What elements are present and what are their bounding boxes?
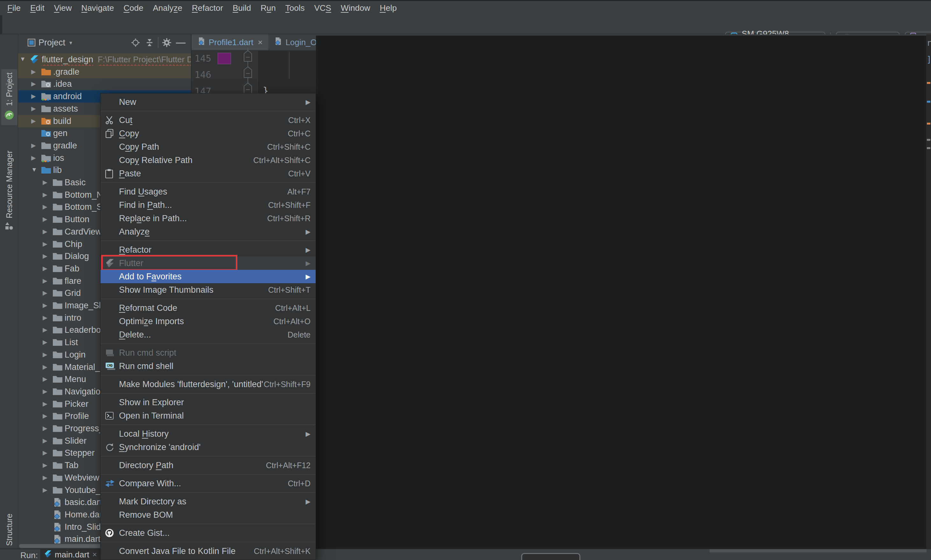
expand-arrow-icon[interactable]: ▶	[43, 425, 48, 432]
menu-item-add-to-favorites[interactable]: Add to Favorites▶	[100, 270, 316, 283]
menu-analyze[interactable]: Analyze	[148, 3, 187, 13]
expand-arrow-icon[interactable]: ▶	[31, 154, 36, 162]
gear-icon[interactable]	[160, 36, 174, 49]
fold-marker-icon[interactable]	[242, 49, 254, 62]
menu-item-create-gist[interactable]: Create Gist...	[100, 526, 316, 540]
expand-arrow-icon[interactable]: ▶	[43, 388, 48, 395]
menu-item-make-modules-flutterdesign-untitled[interactable]: Make Modules 'flutterdesign', 'untitled'…	[100, 378, 316, 391]
hide-panel-icon[interactable]: —	[174, 36, 188, 49]
menu-item-run-cmd-shell[interactable]: CMDRun cmd shell	[100, 360, 316, 373]
menu-item-delete[interactable]: Delete...Delete	[100, 328, 316, 342]
menu-window[interactable]: Window	[336, 3, 375, 13]
menu-item-reformat-code[interactable]: Reformat CodeCtrl+Alt+L	[100, 301, 316, 315]
menu-item-optimize-imports[interactable]: Optimize ImportsCtrl+Alt+O	[100, 315, 316, 328]
expand-arrow-icon[interactable]: ▶	[31, 142, 36, 149]
fold-marker-icon[interactable]	[242, 66, 254, 78]
close-icon[interactable]: ×	[92, 550, 97, 559]
expand-arrow-icon[interactable]: ▶	[43, 228, 48, 235]
menu-item-open-in-terminal[interactable]: Open in Terminal	[100, 409, 316, 422]
menu-item-synchronize-android[interactable]: Synchronize 'android'	[100, 440, 316, 454]
expand-arrow-icon[interactable]: ▶	[43, 486, 48, 494]
expand-arrow-icon[interactable]: ▶	[43, 203, 48, 211]
collapse-arrow-icon[interactable]: ▼	[20, 55, 26, 63]
menu-edit[interactable]: Edit	[25, 3, 49, 13]
menu-item-replace-in-path[interactable]: Replace in Path...Ctrl+Shift+R	[100, 212, 316, 225]
menu-item-find-in-path[interactable]: Find in Path...Ctrl+Shift+F	[100, 198, 316, 212]
menu-run[interactable]: Run	[256, 3, 281, 13]
expand-arrow-icon[interactable]: ▶	[31, 92, 36, 100]
tree-item-gradle[interactable]: ▶.gradle	[18, 66, 191, 78]
expand-arrow-icon[interactable]: ▶	[43, 462, 48, 469]
menu-file[interactable]: File	[3, 3, 25, 13]
folder-orange-gear-icon	[41, 117, 51, 126]
menu-item-directory-path[interactable]: Directory PathCtrl+Alt+F12	[100, 458, 316, 472]
tool-stripe-1-project[interactable]: 1: Project	[1, 69, 17, 125]
menu-vcs[interactable]: VCS	[309, 3, 336, 13]
menu-item-local-history[interactable]: Local History▶	[100, 427, 316, 440]
tree-item-label: Button	[65, 215, 90, 225]
expand-arrow-icon[interactable]: ▶	[43, 240, 48, 248]
locate-icon[interactable]	[128, 36, 142, 49]
menu-item-copy-path[interactable]: Copy PathCtrl+Shift+C	[100, 140, 316, 154]
tab-profile1-dart[interactable]: Profile1.dart×	[191, 34, 268, 50]
menu-refactor[interactable]: Refactor	[187, 3, 228, 13]
menu-item-show-in-explorer[interactable]: Show in Explorer	[100, 396, 316, 409]
run-tab[interactable]: main.dart ×	[40, 549, 106, 560]
tree-item-label: Menu	[65, 374, 86, 384]
menu-navigate[interactable]: Navigate	[77, 3, 119, 13]
expand-arrow-icon[interactable]: ▶	[43, 178, 48, 186]
expand-arrow-icon[interactable]: ▶	[31, 105, 36, 112]
expand-arrow-icon[interactable]: ▶	[43, 289, 48, 297]
expand-arrow-icon[interactable]: ▶	[43, 338, 48, 346]
menu-item-copy-relative-path[interactable]: Copy Relative PathCtrl+Alt+Shift+C	[100, 154, 316, 167]
menu-item-show-image-thumbnails[interactable]: Show Image ThumbnailsCtrl+Shift+T	[100, 283, 316, 297]
expand-arrow-icon[interactable]: ▶	[43, 277, 48, 285]
menu-code[interactable]: Code	[119, 3, 148, 13]
menu-item-remove-bom[interactable]: Remove BOM	[100, 508, 316, 522]
fold-marker-icon[interactable]	[242, 82, 254, 95]
editor-scroll-stripe[interactable]: r ]	[926, 34, 931, 549]
menu-item-cut[interactable]: CutCtrl+X	[100, 114, 316, 127]
expand-arrow-icon[interactable]: ▶	[43, 265, 48, 272]
menu-item-refactor[interactable]: Refactor▶	[100, 243, 316, 257]
menu-tools[interactable]: Tools	[281, 3, 310, 13]
menu-help[interactable]: Help	[375, 3, 401, 13]
expand-arrow-icon[interactable]: ▶	[43, 437, 48, 444]
tool-stripe-resource-manager[interactable]: Resource Manager	[1, 148, 17, 235]
menu-item-find-usages[interactable]: Find UsagesAlt+F7	[100, 185, 316, 198]
tree-item-flutter-design[interactable]: ▼flutter_designF:\Flutter Project\Flutte…	[18, 53, 191, 66]
expand-arrow-icon[interactable]: ▶	[43, 314, 48, 321]
menu-item-compare-with[interactable]: Compare With...Ctrl+D	[100, 477, 316, 490]
menu-item-new[interactable]: New▶	[100, 95, 316, 109]
expand-arrow-icon[interactable]: ▶	[43, 215, 48, 223]
project-panel-title[interactable]: Project	[39, 38, 65, 48]
expand-arrow-icon[interactable]: ▶	[43, 252, 48, 260]
bottom-scrollbar[interactable]	[710, 549, 926, 552]
menu-item-paste[interactable]: PasteCtrl+V	[100, 167, 316, 180]
close-icon[interactable]: ×	[258, 37, 262, 47]
expand-arrow-icon[interactable]: ▶	[31, 117, 36, 125]
menu-item-copy[interactable]: CopyCtrl+C	[100, 127, 316, 140]
color-preview-swatch[interactable]	[218, 53, 231, 64]
expand-arrow-icon[interactable]: ▶	[43, 400, 48, 408]
menu-item-mark-directory-as[interactable]: Mark Directory as▶	[100, 495, 316, 508]
menu-item-convert-java-file-to-kotlin-file[interactable]: Convert Java File to Kotlin FileCtrl+Alt…	[100, 545, 316, 558]
expand-arrow-icon[interactable]: ▶	[43, 474, 48, 481]
expand-arrow-icon[interactable]: ▶	[43, 449, 48, 456]
expand-arrow-icon[interactable]: ▶	[43, 191, 48, 198]
menu-item-analyze[interactable]: Analyze▶	[100, 225, 316, 238]
expand-arrow-icon[interactable]: ▶	[43, 302, 48, 309]
tree-item-idea[interactable]: ▶.idea	[18, 78, 191, 90]
menu-build[interactable]: Build	[228, 3, 256, 13]
menu-view[interactable]: View	[49, 3, 77, 13]
expand-arrow-icon[interactable]: ▶	[31, 68, 36, 75]
expand-arrow-icon[interactable]: ▶	[43, 326, 48, 333]
collapse-all-icon[interactable]	[142, 36, 156, 49]
expand-arrow-icon[interactable]: ▶	[43, 375, 48, 383]
expand-arrow-icon[interactable]: ▶	[43, 412, 48, 420]
collapse-arrow-icon[interactable]: ▼	[31, 166, 37, 173]
expand-arrow-icon[interactable]: ▶	[43, 363, 48, 371]
partial-button[interactable]	[521, 553, 581, 560]
expand-arrow-icon[interactable]: ▶	[31, 80, 36, 88]
expand-arrow-icon[interactable]: ▶	[43, 351, 48, 358]
